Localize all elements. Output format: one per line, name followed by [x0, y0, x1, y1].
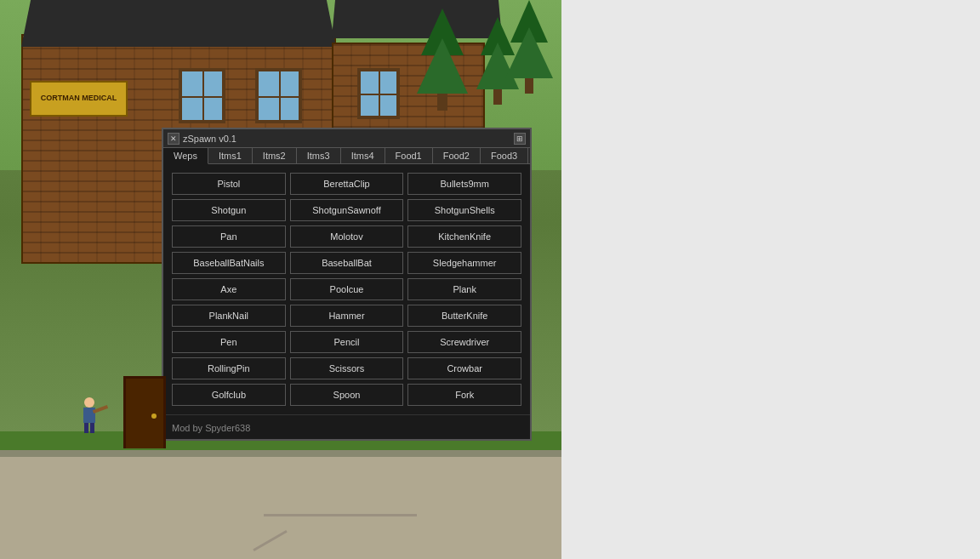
tab-weps[interactable]: Weps: [163, 148, 208, 164]
curb: [0, 450, 561, 457]
spawn-btn-rollingpin[interactable]: RollingPin: [172, 357, 286, 379]
spawn-btn-pencil[interactable]: Pencil: [290, 331, 404, 353]
spawn-btn-shotgun[interactable]: Shotgun: [172, 199, 286, 221]
spawn-btn-shotgunsawnoff[interactable]: ShotgunSawnoff: [290, 199, 404, 221]
building-sign: CORTMAN MEDICAL: [30, 81, 128, 117]
spawn-btn-planknail[interactable]: PlankNail: [172, 305, 286, 327]
building-roof-left: [21, 0, 336, 47]
spawn-btn-pistol[interactable]: Pistol: [172, 173, 286, 195]
mod-window: ✕ zSpawn v0.1 ⊞ Weps Itms1 Itms2 Itms3 I…: [162, 128, 532, 441]
tab-food1[interactable]: Food1: [385, 148, 433, 163]
building-door: [123, 376, 166, 448]
tab-itms2[interactable]: Itms2: [253, 148, 297, 163]
spawn-btn-pan[interactable]: Pan: [172, 225, 286, 248]
mod-content: PistolBerettaClipBullets9mmShotgunShotgu…: [163, 164, 530, 414]
tree-1: [417, 9, 468, 111]
tab-itms3[interactable]: Itms3: [297, 148, 341, 163]
pin-button[interactable]: ⊞: [514, 133, 526, 145]
spawn-btn-spoon[interactable]: Spoon: [290, 384, 404, 406]
spawn-btn-baseballbat[interactable]: BaseballBat: [290, 252, 404, 274]
tab-food3[interactable]: Food3: [481, 148, 528, 163]
building-window-1: [179, 68, 225, 123]
spawn-btn-scissors[interactable]: Scissors: [290, 357, 404, 379]
spawn-button-grid: PistolBerettaClipBullets9mmShotgunShotgu…: [172, 173, 521, 406]
spawn-btn-hammer[interactable]: Hammer: [290, 305, 404, 327]
spawn-btn-butterknife[interactable]: ButterKnife: [407, 305, 521, 327]
spawn-btn-molotov[interactable]: Molotov: [290, 225, 404, 248]
mod-tabs: Weps Itms1 Itms2 Itms3 Itms4 Food1 Food2…: [163, 148, 530, 164]
spawn-btn-golfclub[interactable]: Golfclub: [172, 384, 286, 406]
building-window-2: [255, 68, 302, 123]
spawn-btn-screwdriver[interactable]: Screwdriver: [407, 331, 521, 353]
spawn-btn-axe[interactable]: Axe: [172, 278, 286, 300]
spawn-btn-shotgunshells[interactable]: ShotgunShells: [407, 199, 521, 221]
footer-credit: Mod by Spyder638: [172, 423, 250, 433]
tab-itms4[interactable]: Itms4: [341, 148, 385, 163]
spawn-btn-berettaclip[interactable]: BerettaClip: [290, 173, 404, 195]
path-line-1: [264, 514, 417, 516]
tab-itms1[interactable]: Itms1: [208, 148, 253, 163]
spawn-btn-plank[interactable]: Plank: [407, 278, 521, 300]
window-title: zSpawn v0.1: [183, 134, 236, 144]
spawn-btn-sledgehammer[interactable]: Sledgehammer: [407, 252, 521, 274]
character: [83, 397, 95, 433]
tree-3: [505, 0, 553, 94]
spawn-btn-crowbar[interactable]: Crowbar: [407, 357, 521, 379]
spawn-btn-baseballbatnails[interactable]: BaseballBatNails: [172, 252, 286, 274]
spawn-btn-poolcue[interactable]: Poolcue: [290, 278, 404, 300]
building-window-3: [357, 68, 400, 119]
tab-food2[interactable]: Food2: [433, 148, 481, 163]
mod-footer: Mod by Spyder638: [163, 414, 530, 439]
titlebar-left: ✕ zSpawn v0.1: [168, 133, 236, 145]
spawn-btn-fork[interactable]: Fork: [407, 384, 521, 406]
spawn-btn-kitchenknife[interactable]: KitchenKnife: [407, 225, 521, 248]
spawn-btn-pen[interactable]: Pen: [172, 331, 286, 353]
sidewalk: [0, 453, 561, 559]
right-panel: [561, 0, 980, 559]
close-button[interactable]: ✕: [168, 133, 179, 145]
spawn-btn-bullets9mm[interactable]: Bullets9mm: [407, 173, 521, 195]
mod-titlebar: ✕ zSpawn v0.1 ⊞: [163, 129, 530, 148]
